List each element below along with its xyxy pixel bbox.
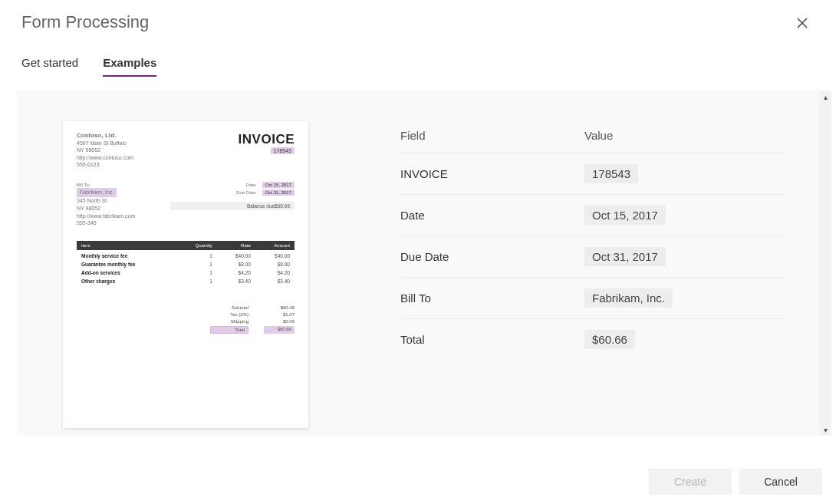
invoice-preview: Contoso, Ltd. 4567 Main St Buffalo NY 98…	[63, 121, 308, 428]
scroll-down-icon[interactable]: ▾	[819, 423, 831, 436]
col-qty: Quantity	[176, 241, 217, 250]
field-name: Bill To	[400, 292, 584, 305]
preview-column: Contoso, Ltd. 4567 Main St Buffalo NY 98…	[17, 91, 324, 436]
date-value: Oct 15, 2017	[262, 182, 295, 188]
fields-column: Field Value INVOICE 178543 Date Oct 15, …	[324, 91, 831, 436]
billto-address: 345 North St	[77, 197, 135, 205]
billto-web: http://www.fabrikam.com	[77, 212, 135, 220]
duedate-value: Oct 31, 2017	[262, 189, 295, 196]
line-item: Other charges	[77, 275, 176, 284]
line-amount: $4.20	[255, 267, 295, 275]
col-rate: Rate	[217, 241, 255, 250]
shipping-value: $0.00	[264, 319, 295, 324]
line-amount: $40.00	[255, 250, 295, 259]
line-qty: 1	[176, 259, 217, 267]
field-name: Due Date	[400, 250, 584, 263]
field-value: $60.66	[584, 330, 635, 349]
close-icon[interactable]	[790, 12, 815, 36]
field-value: Fabrikam, Inc.	[584, 288, 673, 308]
field-value: Oct 15, 2017	[584, 206, 666, 225]
from-address: 4567 Main St Buffalo	[77, 140, 133, 147]
invoice-number: 178543	[271, 147, 295, 154]
from-company: Contoso, Ltd.	[77, 132, 133, 140]
from-zip: NY 98052	[77, 147, 133, 153]
table-row: Guarantee monthly fee 1 $8.00 $8.00	[77, 259, 295, 267]
table-row: Other charges 1 $3.40 $3.40	[77, 275, 295, 284]
col-amount: Amount	[255, 241, 295, 250]
invoice-table: Item Quantity Rate Amount Monthly servic…	[77, 241, 295, 284]
billto-company: Fabrikam, Inc.	[77, 188, 117, 197]
field-name: Date	[400, 209, 584, 222]
total-label: Total	[210, 326, 248, 334]
tab-examples[interactable]: Examples	[103, 56, 156, 77]
cancel-button[interactable]: Cancel	[739, 469, 822, 495]
shipping-label: Shipping	[210, 319, 248, 324]
date-label: Date	[243, 182, 259, 188]
balance-due-value: $60.66	[275, 203, 290, 209]
examples-panel: ▴ ▾ Contoso, Ltd. 4567 Main St Buffalo N…	[17, 91, 831, 436]
tabs: Get started Examples	[0, 36, 836, 77]
from-web: http://www.contoso.com	[77, 154, 133, 161]
line-item: Guarantee monthly fee	[77, 259, 176, 267]
tax-value: $1.07	[264, 312, 295, 317]
subtotal-label: Subtotal	[210, 305, 248, 310]
line-amount: $3.40	[255, 275, 295, 284]
dialog-title: Form Processing	[21, 12, 149, 32]
scrollbar[interactable]: ▴ ▾	[819, 91, 831, 436]
line-qty: 1	[176, 275, 217, 284]
billto-zip: NY 98052	[77, 205, 135, 212]
line-qty: 1	[176, 267, 217, 275]
fields-header-value: Value	[584, 129, 785, 142]
duedate-label: Due Date	[233, 189, 258, 196]
subtotal-value: $60.48	[264, 305, 295, 310]
fields-header-field: Field	[400, 129, 584, 142]
line-item: Monthly service fee	[77, 250, 176, 259]
tab-get-started[interactable]: Get started	[21, 56, 78, 77]
line-rate: $4.20	[217, 267, 255, 275]
balance-due-label: Balance due	[247, 203, 275, 209]
line-item: Add-on services	[77, 267, 176, 275]
total-value: $60.66	[264, 326, 295, 334]
scroll-up-icon[interactable]: ▴	[819, 91, 831, 103]
table-row: Add-on services 1 $4.20 $4.20	[77, 267, 295, 275]
line-qty: 1	[176, 250, 217, 259]
line-rate: $40.00	[217, 250, 255, 259]
invoice-from: Contoso, Ltd. 4567 Main St Buffalo NY 98…	[77, 132, 133, 168]
field-row: Bill To Fabrikam, Inc.	[400, 278, 785, 319]
field-row: Date Oct 15, 2017	[400, 195, 785, 236]
billto-label: Bill To:	[77, 182, 135, 188]
field-value: 178543	[584, 164, 638, 183]
table-row: Monthly service fee 1 $40.00 $40.00	[77, 250, 295, 259]
field-name: Total	[400, 333, 584, 346]
create-button[interactable]: Create	[649, 469, 732, 495]
dialog-footer: Create Cancel	[649, 469, 822, 495]
tax-label: Tax (2%)	[210, 312, 248, 317]
line-amount: $8.00	[255, 259, 295, 267]
col-item: Item	[77, 241, 176, 250]
from-phone: 555-0123	[77, 161, 133, 168]
field-row: Due Date Oct 31, 2017	[400, 236, 785, 278]
field-row: Total $60.66	[400, 319, 785, 360]
field-name: INVOICE	[400, 167, 584, 180]
billto-phone: 555-345	[77, 219, 135, 227]
line-rate: $8.00	[217, 259, 255, 267]
line-rate: $3.40	[217, 275, 255, 284]
invoice-title: INVOICE	[239, 132, 295, 147]
field-value: Oct 31, 2017	[584, 247, 666, 266]
field-row: INVOICE 178543	[400, 153, 785, 195]
